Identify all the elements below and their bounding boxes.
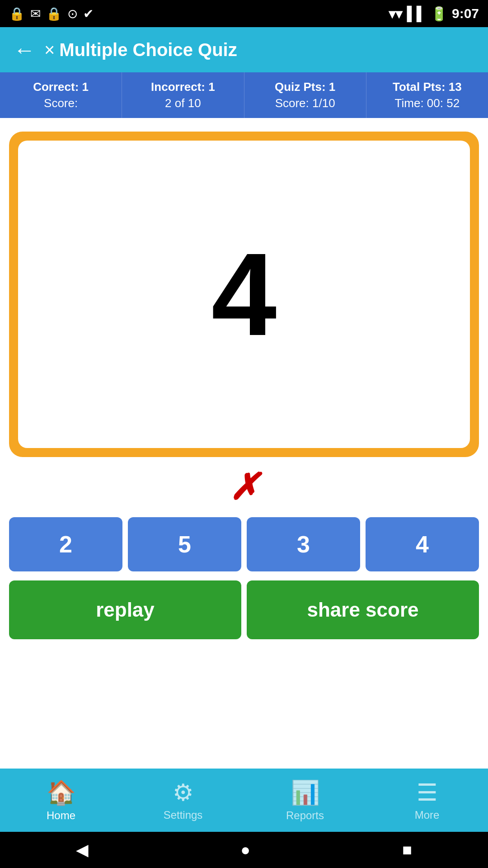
answer-button-4[interactable]: 4 [366,517,479,571]
nav-title: Multiple Choice Quiz [59,40,237,60]
bottom-nav: 🏠 Home ⚙ Settings 📊 Reports ☰ More [0,769,488,832]
status-bar-right: ▾▾ ▌▌ 🔋 9:07 [389,6,479,22]
score-cell-incorrect: Incorrect: 1 2 of 10 [122,72,244,118]
system-recent-button[interactable]: ■ [402,840,412,859]
settings-label: Settings [164,809,203,821]
system-home-button[interactable]: ● [240,840,250,859]
status-bar: 🔒 ✉ 🔒 ⊙ ✔ ▾▾ ▌▌ 🔋 9:07 [0,0,488,27]
home-label: Home [47,809,75,822]
system-back-button[interactable]: ◀ [76,840,89,859]
answer-grid: 2 5 3 4 [9,517,479,571]
wifi-icon: ▾▾ [389,6,402,22]
more-label: More [415,809,440,821]
reports-label: Reports [286,809,324,822]
action-grid: replay share score [9,580,479,639]
check-icon: ✔ [83,6,94,21]
quiz-display-number: 4 [211,236,277,353]
score-bar: Correct: 1 Score: Incorrect: 1 2 of 10 Q… [0,72,488,118]
back-button[interactable]: ← [14,38,35,62]
nav-item-settings[interactable]: ⚙ Settings [138,779,228,821]
signal-icon: ▌▌ [407,6,426,21]
lock2-icon: 🔒 [46,6,62,21]
mail-icon: ✉ [30,6,41,21]
correct-score: Score: [5,95,117,111]
incorrect-label: Incorrect: 1 [127,79,239,95]
close-icon[interactable]: × [44,40,55,60]
totalpts-time: Time: 00: 52 [371,95,483,111]
wrong-indicator: ✗ [9,466,479,508]
quizpts-score: Score: 1/10 [249,95,361,111]
quizpts-label: Quiz Pts: 1 [249,79,361,95]
score-cell-quizpts: Quiz Pts: 1 Score: 1/10 [244,72,366,118]
score-cell-totalpts: Total Pts: 13 Time: 00: 52 [366,72,488,118]
time-display: 9:07 [452,6,479,21]
incorrect-score: 2 of 10 [127,95,239,111]
quiz-card: 4 [9,132,479,457]
nav-item-more[interactable]: ☰ More [382,779,472,821]
x-mark: ✗ [229,467,259,507]
quiz-card-inner: 4 [18,141,470,448]
top-nav: ← × Multiple Choice Quiz [0,27,488,72]
status-bar-left: 🔒 ✉ 🔒 ⊙ ✔ [9,6,94,21]
main-content: 4 ✗ 2 5 3 4 replay share score [0,118,488,769]
reports-icon: 📊 [291,779,320,807]
answer-button-2[interactable]: 2 [9,517,122,571]
more-icon: ☰ [417,779,438,806]
correct-label: Correct: 1 [5,79,117,95]
nav-item-reports[interactable]: 📊 Reports [260,779,350,822]
battery-icon: 🔋 [431,6,447,22]
sun-icon: ⊙ [67,6,78,21]
totalpts-label: Total Pts: 13 [371,79,483,95]
replay-button[interactable]: replay [9,580,241,639]
system-nav: ◀ ● ■ [0,832,488,868]
gear-icon: ⚙ [173,779,194,806]
home-icon: 🏠 [47,779,76,807]
score-cell-correct: Correct: 1 Score: [0,72,122,118]
lock-icon: 🔒 [9,6,25,21]
share-score-button[interactable]: share score [247,580,479,639]
answer-button-5[interactable]: 5 [128,517,241,571]
answer-button-3[interactable]: 3 [247,517,360,571]
nav-item-home[interactable]: 🏠 Home [16,779,106,822]
